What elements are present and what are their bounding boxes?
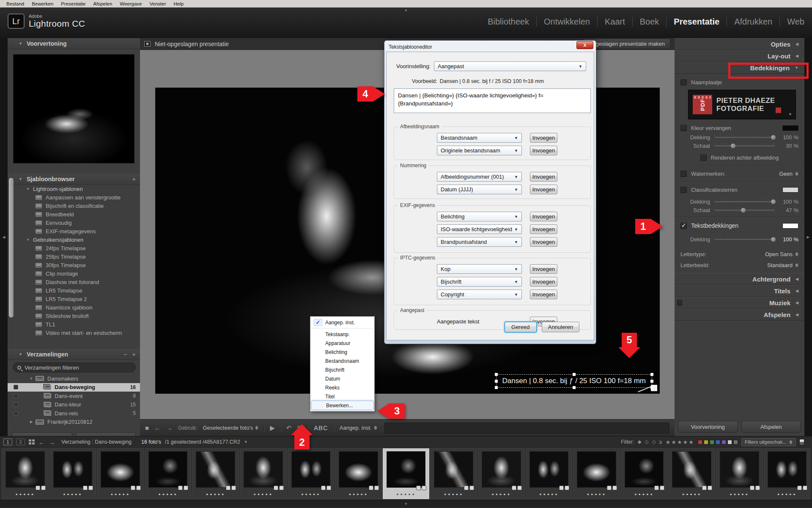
menu-item[interactable]: ✓ Bestandsnaam: [310, 356, 374, 365]
disclosure-triangle-icon[interactable]: ▶: [29, 420, 34, 424]
template-item[interactable]: EXIF-metagegevens: [8, 227, 140, 235]
menu-item[interactable]: ✓ Reeks: [310, 383, 374, 392]
token-dropdown[interactable]: Afbeeldingsnummer (001)▼: [437, 172, 522, 182]
thumbnail[interactable]: ★★★★★: [573, 448, 620, 499]
left-panel-scrollbar[interactable]: [9, 178, 14, 318]
collection-checkbox[interactable]: [14, 394, 18, 398]
collapse-right-panel-icon[interactable]: ▶: [804, 38, 812, 436]
token-dropdown[interactable]: Originele bestandsnaam▼: [437, 146, 522, 155]
menu-item[interactable]: ✓ Datum: [310, 374, 374, 383]
section-afspelen[interactable]: Afspelen◀: [675, 309, 804, 320]
classificatiesterren-checkbox[interactable]: [680, 187, 687, 193]
invoegen-button[interactable]: Invoegen: [530, 133, 557, 143]
template-text-area[interactable]: Dansen | {Belichting»} {ISO-waarde licht…: [394, 88, 591, 113]
thumbnail[interactable]: ★★★★★: [49, 448, 96, 499]
close-icon[interactable]: X: [576, 41, 593, 49]
module-tab[interactable]: Web: [780, 17, 804, 27]
thumbnail[interactable]: ★★★★★: [2, 448, 49, 499]
menu-item[interactable]: Bewerken: [28, 1, 57, 6]
play-icon[interactable]: ▶: [270, 424, 275, 432]
menu-item[interactable]: ✓ Bewerken...: [311, 401, 373, 410]
collapse-top-panel-icon[interactable]: ▲: [404, 8, 408, 12]
token-dropdown[interactable]: Kop▼: [437, 264, 522, 274]
monitor-1-button[interactable]: 1: [3, 439, 12, 445]
filter-toggle[interactable]: [799, 439, 804, 445]
invoegen-button[interactable]: Invoegen: [530, 185, 557, 194]
template-item[interactable]: Video met start- en eindscherm: [8, 329, 140, 337]
resize-handle[interactable]: [495, 386, 498, 389]
collection-checkbox[interactable]: [14, 402, 18, 407]
menu-item[interactable]: ✓ Tekstaanp.: [310, 330, 374, 339]
invoegen-button[interactable]: Invoegen: [530, 290, 557, 299]
color-chip[interactable]: [698, 440, 702, 444]
resize-handle[interactable]: [495, 380, 498, 383]
sterren-color-swatch[interactable]: [782, 187, 798, 193]
thumbnail[interactable]: ★★★★★: [192, 448, 239, 499]
kleur-vervangen-checkbox[interactable]: [680, 125, 687, 131]
caption-overlay[interactable]: Dansen | 0.8 sec. bij ƒ / 25 ISO 100 f=1…: [496, 374, 652, 388]
invoegen-button[interactable]: Invoegen: [530, 264, 557, 274]
add-collection-icon[interactable]: +: [132, 351, 136, 358]
template-item[interactable]: Breedbeeld: [8, 210, 140, 218]
preview-panel-header[interactable]: ▼ Voorvertoning: [8, 38, 140, 49]
module-tab[interactable]: Boek: [633, 17, 667, 27]
preset-dropdown[interactable]: Aangepast▼: [434, 61, 586, 71]
thumbnail[interactable]: ★★★★★: [240, 448, 287, 499]
stop-icon[interactable]: ■: [145, 424, 149, 431]
afspelen-button[interactable]: Afspelen: [741, 421, 801, 433]
template-item[interactable]: TL1: [8, 320, 140, 329]
resize-handle[interactable]: [650, 373, 653, 376]
section-layout[interactable]: Lay-out◀: [675, 50, 804, 62]
remove-collection-icon[interactable]: −: [123, 351, 127, 358]
flag-unflagged-icon[interactable]: ⬦: [645, 439, 649, 445]
template-group-lightroom[interactable]: ▼ Lightroom-sjablonen: [8, 185, 140, 193]
add-template-icon[interactable]: +: [132, 175, 136, 182]
letterbeeld-dropdown[interactable]: Standaard: [767, 262, 798, 268]
gereed-button[interactable]: Gereed: [505, 322, 537, 332]
section-achtergrond[interactable]: Achtergrond◀: [675, 273, 804, 285]
rating-stars-filter[interactable]: ★★★★★: [666, 439, 694, 445]
module-tab[interactable]: Ontwikkelen: [537, 17, 598, 27]
invoegen-button[interactable]: Invoegen: [530, 212, 557, 221]
voorvertoning-button[interactable]: Voorvertoning: [678, 421, 738, 433]
collapse-left-panel-icon[interactable]: ◀: [0, 38, 8, 436]
template-item[interactable]: Slideshow bruiloft: [8, 312, 140, 320]
thumbnail[interactable]: ★★★★★: [145, 448, 192, 499]
annuleren-button[interactable]: Annuleren: [542, 322, 579, 332]
resize-handle[interactable]: [650, 380, 653, 383]
token-dropdown[interactable]: Brandpuntsafstand▼: [437, 237, 522, 247]
watermerken-dropdown[interactable]: Geen: [779, 171, 798, 177]
chevron-down-icon[interactable]: ▼: [244, 440, 248, 444]
muziek-checkbox[interactable]: [677, 300, 682, 306]
module-tab[interactable]: Presentatie: [667, 17, 727, 27]
module-tab[interactable]: Bibliotheek: [480, 17, 537, 27]
menu-item[interactable]: Help: [170, 1, 188, 6]
thumbnail[interactable]: ★★★★★: [621, 448, 668, 499]
resize-handle[interactable]: [650, 386, 653, 389]
color-chip[interactable]: [716, 440, 720, 444]
template-group-user[interactable]: ▼ Gebruikerssjablonen: [8, 235, 140, 244]
filmstrip-source[interactable]: Verzameling : Dans-beweging: [61, 439, 132, 445]
sterren-dekking-slider[interactable]: [714, 201, 775, 202]
naamplaatje-checkbox[interactable]: [680, 79, 687, 86]
tekst-dekking-slider[interactable]: [714, 239, 775, 240]
template-browser-header[interactable]: ▼ Sjabloonbrowser +: [8, 174, 140, 185]
menu-item[interactable]: ✓ Apparatuur: [310, 339, 374, 348]
menu-item[interactable]: Weergave: [116, 1, 145, 6]
template-item[interactable]: LR5 Timelapse: [8, 286, 140, 295]
collections-filter-input[interactable]: Verzamelingen filteren: [13, 362, 136, 373]
color-chip[interactable]: [727, 440, 732, 444]
flag-reject-icon[interactable]: ⬦: [652, 439, 656, 445]
collection-row[interactable]: Dans-kleur 15: [8, 400, 140, 409]
thumbnail[interactable]: ★★★★★: [430, 448, 477, 499]
previous-slide-icon[interactable]: ←: [154, 424, 161, 431]
dialog-titlebar[interactable]: Tekstsjablooneditor X: [386, 42, 594, 52]
thumbnail[interactable]: ★★★★★: [668, 448, 715, 499]
forward-arrow-icon[interactable]: →: [49, 439, 55, 446]
collections-header[interactable]: ▼ Verzamelingen − +: [8, 349, 140, 360]
thumbnail[interactable]: ★★★★★: [335, 448, 382, 499]
menu-item[interactable]: Presentatie: [57, 1, 89, 6]
thumbnail[interactable]: ★★★★★: [288, 448, 335, 499]
menu-item[interactable]: ✓ Belichting: [310, 348, 374, 356]
token-dropdown[interactable]: Copyright▼: [437, 290, 522, 299]
